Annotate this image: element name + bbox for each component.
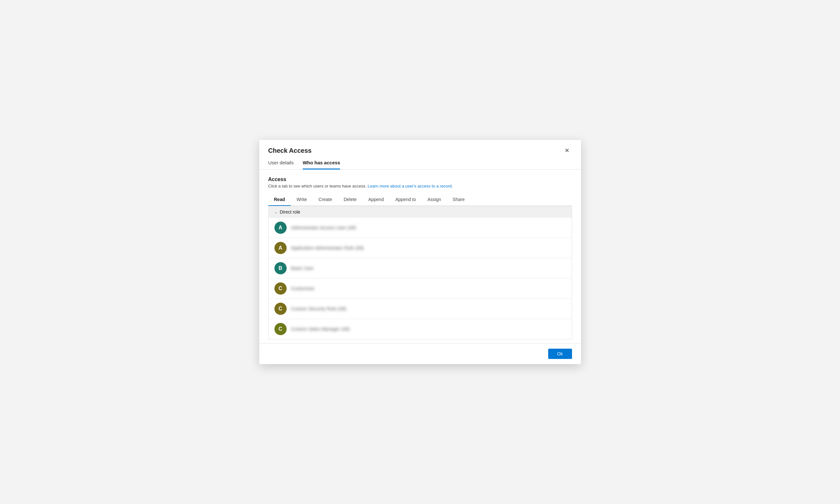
- perm-tab-create[interactable]: Create: [313, 194, 338, 206]
- dialog-title: Check Access: [268, 147, 312, 155]
- users-list-container: ⌄ Direct role A Administrator Access Use…: [268, 206, 572, 339]
- table-row: C Customizer: [269, 278, 572, 299]
- top-tabs: User details Who has access: [259, 155, 581, 169]
- user-name: Basic User: [291, 266, 314, 271]
- perm-tab-append-to[interactable]: Append to: [390, 194, 422, 206]
- dialog-header: Check Access ✕: [259, 140, 581, 155]
- table-row: C Custom Sales Manager (All): [269, 319, 572, 339]
- user-name: Custom Sales Manager (All): [291, 326, 350, 331]
- close-button[interactable]: ✕: [562, 146, 572, 155]
- access-desc-text: Click a tab to see which users or teams …: [268, 184, 367, 188]
- table-row: C Custom Security Role (All): [269, 299, 572, 319]
- perm-tab-read[interactable]: Read: [268, 194, 291, 206]
- table-row: B Basic User: [269, 258, 572, 278]
- permission-tabs: Read Write Create Delete Append Append t…: [268, 194, 572, 206]
- access-heading: Access: [268, 177, 572, 182]
- direct-role-label: Direct role: [280, 210, 301, 215]
- content-area: Access Click a tab to see which users or…: [259, 169, 581, 339]
- avatar: C: [274, 282, 287, 294]
- avatar: C: [274, 303, 287, 315]
- avatar: A: [274, 242, 287, 254]
- perm-tab-write[interactable]: Write: [291, 194, 313, 206]
- perm-tab-delete[interactable]: Delete: [338, 194, 362, 206]
- chevron-down-icon: ⌄: [274, 210, 277, 214]
- table-row: A Administrator Access User (All): [269, 218, 572, 238]
- perm-tab-share[interactable]: Share: [447, 194, 470, 206]
- tab-who-has-access[interactable]: Who has access: [303, 160, 340, 169]
- perm-tab-append[interactable]: Append: [362, 194, 390, 206]
- user-name: Application Administrator Role (All): [291, 246, 364, 251]
- table-row: A Application Administrator Role (All): [269, 238, 572, 258]
- perm-tab-assign[interactable]: Assign: [422, 194, 447, 206]
- direct-role-header[interactable]: ⌄ Direct role: [269, 206, 572, 218]
- ok-button[interactable]: Ok: [548, 349, 572, 359]
- access-description: Click a tab to see which users or teams …: [268, 184, 572, 188]
- avatar: A: [274, 222, 287, 234]
- dialog-footer: Ok: [259, 343, 581, 364]
- avatar: C: [274, 323, 287, 335]
- user-name: Administrator Access User (All): [291, 225, 356, 230]
- user-name: Custom Security Role (All): [291, 306, 346, 311]
- learn-more-link[interactable]: Learn more about a user's access to a re…: [368, 184, 453, 188]
- avatar: B: [274, 262, 287, 274]
- tab-user-details[interactable]: User details: [268, 160, 294, 169]
- user-name: Customizer: [291, 286, 315, 291]
- check-access-dialog: Check Access ✕ User details Who has acce…: [259, 140, 581, 364]
